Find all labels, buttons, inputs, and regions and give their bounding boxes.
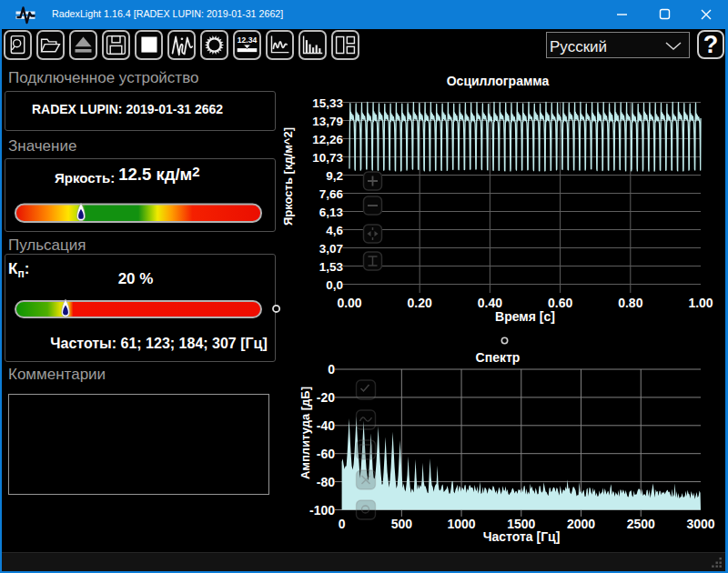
svg-text:6,13: 6,13 <box>319 206 344 219</box>
svg-text:0.40: 0.40 <box>478 296 502 310</box>
svg-text:10,73: 10,73 <box>312 151 343 165</box>
svg-text:Яркость [кд/м^2]: Яркость [кд/м^2] <box>281 127 295 226</box>
svg-text:500: 500 <box>391 517 413 531</box>
svg-text:-80: -80 <box>317 475 335 489</box>
svg-text:Осциллограмма: Осциллограмма <box>447 74 550 88</box>
svg-text:-100: -100 <box>309 503 335 518</box>
svg-text:0.00: 0.00 <box>337 296 361 310</box>
svg-text:-40: -40 <box>317 418 335 433</box>
svg-text:Частота [Гц]: Частота [Гц] <box>483 529 561 544</box>
svg-text:Амплитуда [дБ]: Амплитуда [дБ] <box>298 387 312 479</box>
svg-text:2500: 2500 <box>627 517 655 531</box>
svg-text:12,26: 12,26 <box>312 133 343 146</box>
svg-text:2000: 2000 <box>567 517 595 531</box>
svg-text:0: 0 <box>328 362 335 377</box>
svg-text:13,79: 13,79 <box>312 115 343 128</box>
svg-text:4,6: 4,6 <box>326 224 343 237</box>
svg-text:0: 0 <box>339 517 346 531</box>
svg-text:1.00: 1.00 <box>688 296 713 310</box>
svg-text:1000: 1000 <box>447 517 475 531</box>
svg-text:Спектр: Спектр <box>476 350 521 365</box>
svg-text:Время [с]: Время [с] <box>495 309 555 324</box>
svg-text:9,2: 9,2 <box>326 169 343 183</box>
svg-text:-20: -20 <box>317 390 335 405</box>
svg-text:1,53: 1,53 <box>319 260 344 274</box>
svg-text:7,66: 7,66 <box>319 187 344 201</box>
svg-text:0.20: 0.20 <box>408 296 432 310</box>
svg-text:3,07: 3,07 <box>319 242 343 256</box>
svg-text:-60: -60 <box>317 447 335 461</box>
svg-text:0.60: 0.60 <box>548 296 572 310</box>
svg-text:0.80: 0.80 <box>618 296 642 310</box>
svg-text:3000: 3000 <box>686 517 714 531</box>
svg-text:15,33: 15,33 <box>312 96 343 110</box>
svg-text:0,0: 0,0 <box>326 278 343 292</box>
